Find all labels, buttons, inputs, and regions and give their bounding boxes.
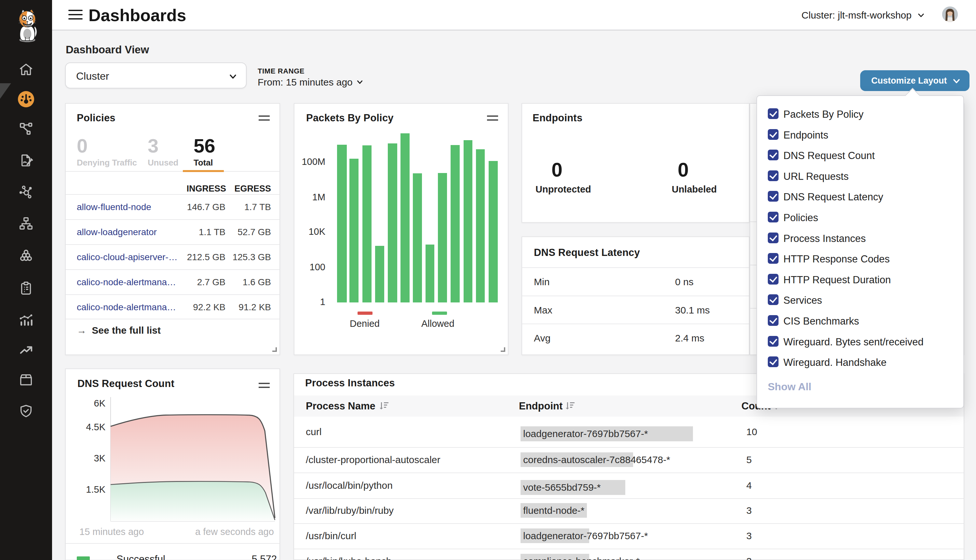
svg-text:1.5K: 1.5K [86,484,105,495]
svg-text:4.5K: 4.5K [86,422,105,432]
svg-text:3K: 3K [94,453,106,463]
svg-text:6K: 6K [94,398,106,408]
